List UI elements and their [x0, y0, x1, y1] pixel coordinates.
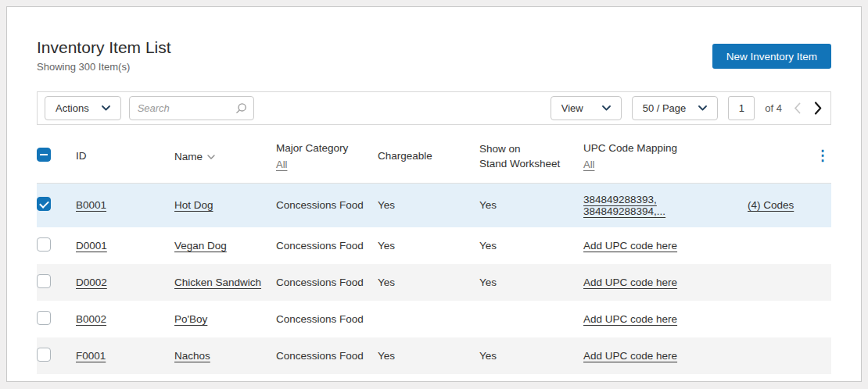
show-on-stand-cell: Yes — [479, 183, 583, 227]
name-link[interactable]: Hot Dog — [174, 199, 213, 211]
item-count: Showing 300 Item(s) — [37, 61, 171, 73]
row-checkbox[interactable] — [37, 197, 51, 211]
search-icon — [235, 102, 247, 117]
table-row: F0001 Nachos Concessions Food Yes Yes Ad… — [37, 337, 831, 374]
table-row: D0002 Chicken Sandwich Concessions Food … — [37, 264, 831, 301]
id-link[interactable]: B0001 — [76, 199, 106, 211]
category-cell: Concessions Food — [276, 183, 378, 227]
actions-dropdown-label: Actions — [56, 102, 89, 114]
show-on-stand-cell: Yes — [479, 264, 583, 301]
column-header-major-category: Major Category All — [276, 131, 378, 183]
page-title: Inventory Item List — [37, 38, 171, 57]
name-link[interactable]: Chicken Sandwich — [174, 277, 261, 288]
view-dropdown[interactable]: View — [551, 96, 622, 120]
per-page-dropdown[interactable]: 50 / Page — [632, 96, 719, 120]
add-upc-link[interactable]: Add UPC code here — [583, 277, 677, 288]
column-header-upc: UPC Code Mapping All — [583, 131, 748, 183]
inventory-card: Inventory Item List Showing 300 Item(s) … — [6, 6, 862, 382]
select-all-checkbox[interactable] — [37, 148, 51, 162]
column-header-chargeable: Chargeable — [378, 131, 479, 183]
table-row: D0001 Vegan Dog Concessions Food Yes Yes… — [37, 227, 831, 264]
next-page-button[interactable] — [812, 100, 823, 116]
table-header-row: ID Name Major Category All Chargeable Sh… — [37, 131, 831, 183]
id-link[interactable]: D0002 — [76, 277, 107, 288]
toolbar-right: View 50 / Page of 4 — [551, 96, 823, 120]
view-dropdown-label: View — [561, 102, 583, 114]
inventory-table: ID Name Major Category All Chargeable Sh… — [37, 131, 831, 374]
column-header-name[interactable]: Name — [174, 131, 276, 183]
chevron-down-icon — [602, 105, 611, 111]
toolbar: Actions View 50 / Page — [37, 91, 831, 125]
row-checkbox[interactable] — [37, 348, 51, 362]
category-cell: Concessions Food — [276, 227, 378, 264]
name-link[interactable]: Nachos — [174, 350, 210, 362]
column-header-id: ID — [76, 131, 174, 183]
show-on-stand-cell — [479, 301, 583, 337]
major-category-filter-link[interactable]: All — [276, 159, 287, 170]
add-upc-link[interactable]: Add UPC code here — [583, 313, 677, 325]
chargeable-cell: Yes — [378, 183, 479, 227]
page-header: Inventory Item List Showing 300 Item(s) … — [37, 7, 831, 73]
row-checkbox[interactable] — [37, 237, 51, 252]
category-cell: Concessions Food — [276, 301, 378, 337]
chevron-down-icon — [698, 105, 707, 111]
show-on-stand-cell: Yes — [479, 227, 583, 264]
sort-chevron-icon — [207, 149, 215, 164]
table-row: B0001 Hot Dog Concessions Food Yes Yes 3… — [37, 183, 831, 227]
codes-count-link[interactable]: (4) Codes — [748, 199, 794, 211]
id-link[interactable]: D0001 — [76, 240, 107, 252]
title-block: Inventory Item List Showing 300 Item(s) — [37, 38, 171, 73]
upc-codes-link[interactable]: 384849288393, 384849288394,... — [583, 194, 665, 217]
add-upc-link[interactable]: Add UPC code here — [583, 350, 677, 362]
page-number-input[interactable] — [728, 96, 755, 120]
chargeable-cell: Yes — [378, 264, 479, 301]
category-cell: Concessions Food — [276, 337, 378, 374]
actions-dropdown[interactable]: Actions — [45, 96, 121, 120]
add-upc-link[interactable]: Add UPC code here — [583, 240, 677, 252]
chargeable-cell — [378, 301, 479, 337]
chargeable-cell: Yes — [378, 227, 479, 264]
name-link[interactable]: Po'Boy — [174, 313, 207, 325]
new-inventory-item-button[interactable]: New Inventory Item — [712, 44, 831, 69]
chevron-down-icon — [102, 105, 110, 111]
upc-filter-link[interactable]: All — [583, 159, 594, 170]
table-row: B0002 Po'Boy Concessions Food Add UPC co… — [37, 301, 831, 337]
category-cell: Concessions Food — [276, 264, 378, 301]
id-link[interactable]: F0001 — [76, 350, 106, 362]
row-checkbox[interactable] — [37, 311, 51, 325]
show-on-stand-cell: Yes — [479, 337, 583, 374]
column-header-show-on-stand: Show on Stand Worksheet — [479, 131, 583, 183]
page-total: of 4 — [765, 102, 782, 114]
id-link[interactable]: B0002 — [76, 313, 106, 325]
search-box — [129, 96, 254, 120]
chargeable-cell: Yes — [378, 337, 479, 374]
per-page-dropdown-label: 50 / Page — [643, 102, 687, 114]
row-checkbox[interactable] — [37, 274, 51, 288]
kebab-menu-icon[interactable]: ⋮ — [816, 148, 830, 163]
previous-page-button[interactable] — [792, 101, 802, 116]
name-link[interactable]: Vegan Dog — [174, 240, 227, 252]
